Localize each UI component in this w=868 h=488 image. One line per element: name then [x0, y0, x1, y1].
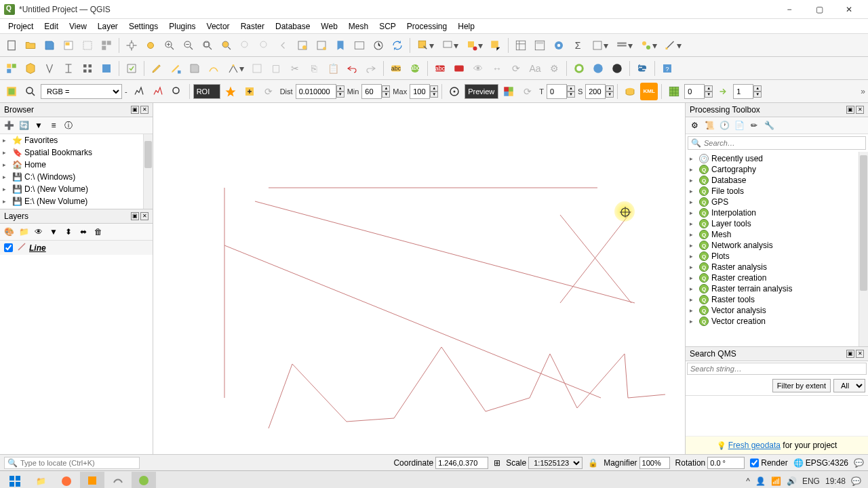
add-line-icon[interactable]	[205, 60, 222, 77]
refresh-icon[interactable]	[370, 37, 387, 54]
scp-arrow-icon[interactable]	[714, 83, 732, 100]
dist-input[interactable]	[296, 84, 336, 99]
processing-categories[interactable]: ▸🕐Recently used ▸QCartography ▸QDatabase…	[686, 152, 868, 346]
modify-attrs-icon[interactable]	[248, 60, 266, 77]
min-down[interactable]: ▼	[382, 92, 390, 98]
app-icon-1[interactable]	[80, 472, 104, 489]
cat-plots[interactable]: ▸QPlots	[686, 251, 868, 262]
min-up[interactable]: ▲	[382, 85, 390, 92]
redo-icon[interactable]	[362, 60, 380, 77]
pan-to-selection-icon[interactable]	[142, 37, 159, 54]
dist-down[interactable]: ▼	[336, 92, 344, 98]
tray-network-icon[interactable]: 📶	[771, 476, 781, 486]
locator-box[interactable]: 🔍	[4, 457, 140, 469]
new-geopackage-icon[interactable]	[22, 60, 39, 77]
layout-manager-icon[interactable]	[98, 37, 115, 54]
menu-settings[interactable]: Settings	[123, 20, 163, 33]
identify-features-icon[interactable]: ▾	[414, 37, 437, 54]
zoom-layer-icon[interactable]	[237, 37, 254, 54]
render-checkbox[interactable]	[750, 457, 759, 469]
browser-item-c-drive[interactable]: ▸💾C:\ (Windows)	[0, 171, 153, 183]
toolbox-icon[interactable]	[550, 37, 568, 54]
browser-item-d-drive[interactable]: ▸💾D:\ (New Volume)	[0, 183, 153, 195]
new-print-layout-icon[interactable]	[60, 37, 77, 54]
measure-icon[interactable]: ▾	[588, 37, 611, 54]
cat-raster-tools[interactable]: ▸QRaster tools	[686, 294, 868, 305]
roi-input[interactable]	[193, 84, 220, 99]
rgb-select[interactable]: RGB =	[41, 84, 122, 99]
layers-add-group-icon[interactable]: 📁	[18, 226, 30, 238]
processing-search-input[interactable]	[704, 139, 863, 147]
undo-icon[interactable]	[343, 60, 361, 77]
qms-dock-icon[interactable]: ▣	[846, 350, 854, 358]
browser-collapse-icon[interactable]: ≡	[47, 119, 60, 131]
qms-close-icon[interactable]: ✕	[856, 350, 864, 358]
select-features-icon[interactable]: ▾	[438, 37, 461, 54]
temporal-controller-icon[interactable]	[351, 37, 368, 54]
layers-expand-icon[interactable]: ⬍	[62, 226, 75, 238]
close-button[interactable]: ✕	[834, 0, 864, 19]
map-canvas[interactable]	[153, 103, 685, 454]
file-explorer-icon[interactable]: 📁	[28, 472, 53, 489]
label-icon[interactable]: abc	[387, 60, 405, 77]
epsg-label[interactable]: EPSG:4326	[806, 458, 848, 468]
metasearch-icon[interactable]	[608, 60, 626, 77]
cat-file-tools[interactable]: ▸QFile tools	[686, 186, 868, 197]
new-project-icon[interactable]	[3, 37, 20, 54]
zoom-selection-icon[interactable]	[218, 37, 235, 54]
browser-add-icon[interactable]: ➕	[3, 119, 15, 131]
layers-tree[interactable]: Line	[0, 241, 153, 454]
select-by-expression-icon[interactable]	[487, 37, 505, 54]
move-label-icon[interactable]: ↔	[488, 60, 506, 77]
open-project-icon[interactable]	[22, 37, 39, 54]
scp-preview-redo-icon[interactable]	[500, 83, 517, 100]
measure-line-icon[interactable]: ▾	[661, 37, 684, 54]
new-spatialite-icon[interactable]	[60, 60, 77, 77]
cat-cartography[interactable]: ▸QCartography	[686, 164, 868, 175]
zoom-in-icon[interactable]	[161, 37, 178, 54]
rotation-input[interactable]	[707, 457, 745, 469]
processing-search[interactable]: 🔍	[688, 136, 866, 150]
scp-local-stretch-icon[interactable]	[130, 83, 148, 100]
python-console-icon[interactable]	[633, 60, 651, 77]
delete-selected-icon[interactable]	[267, 60, 285, 77]
browser-refresh-icon[interactable]: 🔄	[18, 119, 30, 131]
cat-mesh[interactable]: ▸QMesh	[686, 229, 868, 240]
scp-add-roi-icon[interactable]	[241, 83, 258, 100]
processing-dock-icon[interactable]: ▣	[846, 106, 854, 114]
browser-item-spatial-bookmarks[interactable]: ▸🔖Spatial Bookmarks	[0, 146, 153, 159]
browser-filter-icon[interactable]: ▼	[33, 119, 45, 131]
crs-icon[interactable]: 🌐	[793, 458, 804, 468]
processing-results-icon[interactable]: 📄	[733, 119, 745, 131]
min-input[interactable]	[361, 84, 382, 99]
scp-redo-roi-icon[interactable]: ⟳	[260, 83, 277, 100]
messages-icon[interactable]: 💬	[854, 458, 864, 468]
rotate-label-icon[interactable]: ⟳	[507, 60, 525, 77]
cat-layer-tools[interactable]: ▸QLayer tools	[686, 218, 868, 229]
browser-dock-icon[interactable]: ▣	[131, 106, 139, 114]
magnifier-input[interactable]	[639, 457, 670, 469]
layers-style-icon[interactable]: 🎨	[3, 226, 15, 238]
scp-input-icon[interactable]	[3, 83, 20, 100]
current-edits-icon[interactable]	[123, 60, 140, 77]
open-attribute-table-icon[interactable]	[512, 37, 530, 54]
layers-filter-icon[interactable]: ▼	[47, 226, 60, 238]
browser-scrollbar[interactable]	[143, 134, 153, 209]
browser-tree[interactable]: ▸⭐Favorites ▸🔖Spatial Bookmarks ▸🏠Home ▸…	[0, 134, 153, 209]
wms-icon[interactable]	[589, 60, 607, 77]
menu-scp[interactable]: SCP	[374, 20, 401, 33]
menu-plugins[interactable]: Plugins	[163, 20, 201, 33]
layers-remove-icon[interactable]: 🗑	[92, 226, 104, 238]
add-feature-icon[interactable]	[186, 60, 203, 77]
help-icon[interactable]: ?	[658, 60, 676, 77]
processing-scrollbar[interactable]	[859, 152, 868, 346]
cat-vector-creation[interactable]: ▸QVector creation	[686, 316, 868, 327]
qms-filter-all-select[interactable]: All	[833, 379, 865, 392]
processing-close-icon[interactable]: ✕	[856, 106, 864, 114]
new-map-view-icon[interactable]	[313, 37, 330, 54]
max-up[interactable]: ▲	[430, 85, 438, 92]
change-label-icon[interactable]: Aa	[526, 60, 544, 77]
browser-item-home[interactable]: ▸🏠Home	[0, 159, 153, 171]
cat-raster-creation[interactable]: ▸QRaster creation	[686, 272, 868, 283]
layer-checkbox[interactable]	[4, 243, 13, 252]
